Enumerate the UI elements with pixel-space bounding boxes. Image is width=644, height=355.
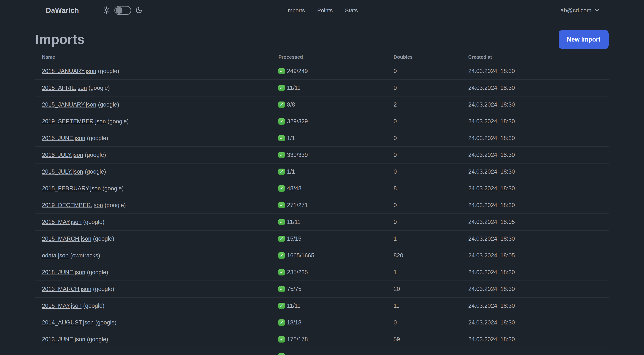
app-logo[interactable]: DaWarIch: [46, 6, 79, 14]
import-source-label: (google): [83, 219, 104, 225]
col-header-created-at: Created at: [468, 54, 608, 60]
table-row: 2015_JUNE.json(google) ✓ 1/1 0 24.03.202…: [36, 130, 608, 147]
import-file-link[interactable]: 2015_MAY.json: [42, 219, 82, 225]
table-header-row: Name Processed Doubles Created at: [36, 51, 608, 63]
import-file-link[interactable]: 2015_APRIL.json: [42, 84, 87, 91]
import-created-at-cell: 24.03.2024, 18:30: [468, 152, 608, 158]
import-processed-cell: ✓ 271/271: [278, 202, 394, 209]
success-checkmark-icon: ✓: [278, 336, 285, 343]
success-checkmark-icon: ✓: [278, 219, 285, 225]
import-file-link[interactable]: 2019_DECEMBER.json: [42, 202, 103, 208]
import-created-at-cell: 24.03.2024, 18:05: [468, 219, 608, 225]
processed-count: 75/75: [287, 286, 302, 292]
import-doubles-cell: 8: [394, 185, 468, 192]
import-doubles-cell: 0: [394, 68, 468, 74]
import-source-label: (google): [87, 269, 108, 276]
table-row: 2019_DECEMBER.json(google) ✓ 271/271 0 2…: [36, 197, 608, 214]
theme-switch-knob[interactable]: [116, 7, 122, 14]
import-source-label: (google): [102, 185, 124, 192]
import-processed-cell: ✓ 11/11: [278, 303, 394, 309]
import-created-at-cell: 24.03.2024, 18:05: [468, 252, 608, 259]
import-file-link[interactable]: 2015_MAY.json: [42, 303, 82, 309]
import-file-link[interactable]: 2019_SEPTEMBER.json: [42, 118, 106, 125]
import-name-cell: 2015_MAY.json(google): [42, 219, 278, 225]
processed-count: 249/249: [287, 68, 308, 74]
import-file-link[interactable]: odata.json: [42, 252, 68, 259]
import-created-at-cell: 24.03.2024, 18:30: [468, 135, 608, 142]
processed-count: 11/11: [287, 303, 300, 309]
import-name-cell: 2015_MAY.json(google): [42, 303, 278, 309]
import-created-at-cell: 24.03.2024, 18:30: [468, 168, 608, 175]
import-file-link[interactable]: 2015_JANUARY.json: [42, 101, 96, 108]
import-file-link[interactable]: 2015_JULY.json: [42, 168, 83, 175]
import-name-cell: 2018_JUNE.json(google): [42, 269, 278, 276]
import-processed-cell: ✓ 249/249: [278, 68, 394, 74]
processed-count: 11/11: [287, 84, 300, 91]
success-checkmark-icon: ✓: [278, 118, 285, 125]
table-row: 2018_JUNE.json(google) ✓ 235/235 1 24.03…: [36, 264, 608, 281]
nav-points[interactable]: Points: [317, 7, 332, 13]
import-name-cell: 2018_JANUARY.json(google): [42, 68, 278, 74]
import-processed-cell: ✓ 11/11: [278, 219, 394, 225]
import-processed-cell: ✓ 1/1: [278, 168, 394, 175]
nav-stats[interactable]: Stats: [345, 7, 358, 13]
nav-imports[interactable]: Imports: [286, 7, 305, 13]
processed-count: 48/48: [287, 185, 302, 192]
import-file-link[interactable]: 2015_FEBRUARY.json: [42, 185, 101, 192]
import-doubles-cell: 11: [394, 303, 468, 309]
import-doubles-cell: 1: [394, 269, 468, 276]
import-source-label: (google): [88, 84, 110, 91]
import-created-at-cell: 24.03.2024, 18:30: [468, 303, 608, 309]
import-created-at-cell: 24.03.2024, 18:30: [468, 336, 608, 343]
table-row: 2015_FEBRUARY.json(google) ✓ 48/48 8 24.…: [36, 180, 608, 197]
success-checkmark-icon: ✓: [278, 269, 285, 276]
import-created-at-cell: 24.03.2024, 18:30: [468, 202, 608, 209]
import-name-cell: 2015_MARCH.json(google): [42, 235, 278, 242]
processed-count: 339/339: [287, 152, 308, 158]
import-processed-cell: ✓ 235/235: [278, 269, 394, 276]
success-checkmark-icon: ✓: [278, 286, 285, 292]
imports-table-body: 2018_JANUARY.json(google) ✓ 249/249 0 24…: [36, 63, 608, 355]
processed-count: 329/329: [287, 118, 308, 125]
import-name-cell: 2019_DECEMBER.json(google): [42, 202, 278, 209]
import-file-link[interactable]: 2013_JUNE.json: [42, 336, 85, 343]
import-processed-cell: ✓ 339/339: [278, 152, 394, 158]
user-email[interactable]: ab@cd.com: [560, 7, 592, 14]
success-checkmark-icon: ✓: [278, 252, 285, 259]
import-created-at-cell: 24.03.2024, 18:30: [468, 101, 608, 108]
import-created-at-cell: 24.03.2024, 18:30: [468, 235, 608, 242]
import-file-link[interactable]: 2018_JULY.json: [42, 152, 83, 158]
import-processed-cell: ✓ 15/15: [278, 235, 394, 242]
processed-count: 1665/1665: [287, 252, 314, 259]
import-file-link[interactable]: 2018_JUNE.json: [42, 269, 85, 276]
table-row: odata.json(owntracks) ✓ 1665/1665 820 24…: [36, 247, 608, 264]
chevron-down-icon: [594, 7, 600, 13]
import-file-link[interactable]: 2015_MARCH.json: [42, 235, 91, 242]
import-created-at-cell: 24.03.2024, 18:30: [468, 269, 608, 276]
new-import-button[interactable]: New import: [559, 30, 608, 49]
table-row: 2015_JULY.json(google) ✓ 1/1 0 24.03.202…: [36, 164, 608, 180]
table-row: 2013_MARCH.json(google) ✓ 75/75 20 24.03…: [36, 281, 608, 298]
import-file-link[interactable]: 2018_JANUARY.json: [42, 68, 96, 74]
import-file-link[interactable]: 2013_MARCH.json: [42, 286, 91, 292]
processed-count: 1/1: [287, 135, 295, 142]
import-name-cell: 2015_JUNE.json(google): [42, 135, 278, 142]
success-checkmark-icon: ✓: [278, 101, 285, 108]
processed-count: 8/8: [287, 101, 295, 108]
user-menu[interactable]: ab@cd.com: [560, 7, 600, 14]
processed-count: 235/235: [287, 269, 308, 276]
processed-count: 271/271: [287, 202, 308, 209]
import-file-link[interactable]: 2015_JUNE.json: [42, 135, 85, 141]
import-file-link[interactable]: 2014_AUGUST.json: [42, 319, 94, 326]
success-checkmark-icon: ✓: [278, 85, 285, 91]
table-row: 2014_AUGUST.json(google) ✓ 18/18 0 24.03…: [36, 314, 608, 331]
imports-table: Name Processed Doubles Created at 2018_J…: [36, 51, 608, 355]
import-created-at-cell: 24.03.2024, 18:30: [468, 286, 608, 292]
import-doubles-cell: 0: [394, 84, 468, 91]
import-created-at-cell: 24.03.2024, 18:30: [468, 84, 608, 91]
import-doubles-cell: 0: [394, 219, 468, 225]
main-nav: Imports Points Stats: [286, 7, 358, 13]
import-doubles-cell: 820: [394, 252, 468, 259]
import-source-label: (google): [98, 68, 119, 74]
theme-switch[interactable]: [114, 6, 131, 15]
